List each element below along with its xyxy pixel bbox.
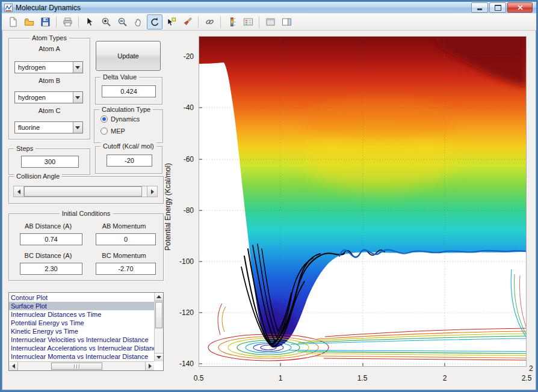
chevron-down-icon [75, 126, 80, 129]
radio-unselected-icon [100, 127, 108, 135]
ab-momentum-label: AB Momentum [91, 222, 157, 230]
left-arrow-icon [12, 364, 15, 369]
toolbar-separator [220, 16, 221, 28]
bc-distance-input[interactable] [20, 263, 82, 275]
show-plot-tools-button[interactable] [279, 14, 294, 29]
open-file-button[interactable] [21, 14, 37, 29]
atom-c-value: fluorine [18, 124, 40, 131]
cutoff-input[interactable] [107, 155, 152, 167]
scroll-right-button[interactable] [145, 362, 154, 370]
printer-icon [63, 17, 73, 27]
insert-legend-button[interactable] [240, 14, 256, 29]
y-tick-label: -120 [173, 308, 194, 317]
slider-right-arrow[interactable] [147, 186, 157, 197]
save-figure-button[interactable] [37, 14, 53, 29]
delta-value-panel: Delta Value [95, 77, 162, 105]
atom-types-title: Atom Types [29, 34, 69, 42]
open-folder-icon [24, 17, 34, 27]
show-plot-tools-icon [282, 17, 292, 27]
slider-thumb[interactable] [24, 186, 142, 197]
update-button[interactable]: Update [96, 41, 161, 71]
maximize-button[interactable] [489, 2, 506, 13]
minimize-button[interactable] [471, 2, 488, 13]
delta-value-input[interactable] [102, 85, 156, 97]
atom-c-dropdown[interactable]: fluorine [14, 121, 83, 133]
list-item[interactable]: Internuclear Momenta vs Internuclear Dis… [9, 352, 154, 361]
atom-b-value: hydrogen [18, 94, 46, 101]
rotate-3d-button[interactable] [147, 14, 162, 29]
window-controls [471, 2, 533, 13]
potential-energy-surface-plot[interactable] [199, 36, 527, 367]
titlebar[interactable]: Molecular Dynamics [2, 2, 536, 14]
save-icon [40, 17, 51, 27]
list-item[interactable]: Internuclear Accelerations vs Internucle… [9, 344, 154, 352]
rotate-3d-icon [150, 17, 160, 27]
ab-momentum-input[interactable] [96, 233, 156, 245]
scroll-up-button[interactable] [155, 293, 163, 301]
ab-distance-input[interactable] [20, 233, 82, 245]
y-axis-label: Potential Energy (Kcal/mol) [164, 153, 172, 260]
x-tick-label: 1.5 [350, 374, 374, 382]
toolbar-separator [56, 16, 57, 28]
zoom-in-button[interactable] [98, 14, 114, 29]
list-item[interactable]: Contour Plot [9, 293, 154, 302]
initial-conditions-title: Initial Conditions [60, 209, 113, 218]
zoom-out-icon [117, 17, 128, 27]
list-vertical-scrollbar[interactable] [154, 293, 163, 361]
link-icon [205, 17, 215, 27]
brush-button[interactable] [179, 14, 195, 29]
colorbar-icon [227, 17, 237, 27]
new-figure-icon [8, 17, 18, 27]
steps-title: Steps [14, 144, 36, 153]
vertical-scroll-thumb[interactable] [155, 302, 162, 328]
y-tick-label: -100 [173, 257, 194, 266]
scroll-left-button[interactable] [9, 362, 18, 370]
steps-input[interactable] [21, 156, 79, 168]
pan-button[interactable] [131, 14, 146, 29]
close-button[interactable] [507, 2, 533, 13]
collision-angle-slider[interactable] [13, 186, 158, 197]
x-tick-label: 1 [268, 374, 292, 382]
maximize-icon [495, 5, 501, 11]
atom-b-dropdown-button[interactable] [73, 92, 82, 103]
zoom-out-button[interactable] [114, 14, 130, 29]
y-tick-label: -140 [173, 360, 194, 368]
list-horizontal-scrollbar[interactable] [9, 361, 154, 370]
data-cursor-button[interactable] [163, 14, 179, 29]
print-figure-button[interactable] [60, 14, 75, 29]
link-plot-button[interactable] [202, 14, 217, 29]
insert-colorbar-button[interactable] [224, 14, 240, 29]
atom-c-dropdown-button[interactable] [73, 122, 82, 133]
cutoff-panel: Cutoff (Kcal/ mol) [95, 146, 162, 174]
initial-conditions-panel: Initial Conditions AB Distance (A) AB Mo… [8, 213, 164, 281]
mep-radio[interactable]: MEP [100, 127, 125, 135]
brush-icon [182, 17, 193, 27]
list-item[interactable]: Internuclear Distances vs Time [9, 310, 154, 319]
x-tick-label: 0.5 [187, 374, 211, 382]
atom-a-dropdown[interactable]: hydrogen [14, 61, 83, 73]
new-figure-button[interactable] [5, 14, 20, 29]
app-window: Molecular Dynamics [0, 0, 538, 392]
bc-distance-label: BC Distance (A) [15, 252, 81, 259]
legend-icon [243, 17, 253, 27]
scroll-down-button[interactable] [155, 353, 163, 361]
steps-panel: Steps [8, 149, 90, 175]
calculation-type-panel: Calculation Type Dynamics MEP [94, 109, 163, 143]
atom-a-value: hydrogen [18, 64, 46, 71]
hide-plot-tools-button[interactable] [262, 14, 278, 29]
y-tick-label: -80 [173, 206, 194, 215]
horizontal-scroll-thumb[interactable] [51, 363, 102, 370]
slider-left-arrow[interactable] [14, 186, 24, 197]
dynamics-radio[interactable]: Dynamics [100, 115, 140, 123]
list-item[interactable]: Potential Energy vs Time [9, 319, 154, 327]
edit-plot-button[interactable] [82, 14, 97, 29]
atom-a-dropdown-button[interactable] [73, 62, 82, 73]
bc-momentum-input[interactable] [96, 263, 156, 275]
list-item[interactable]: Internuclear Velocities vs Internuclear … [9, 335, 154, 344]
atom-b-dropdown[interactable]: hydrogen [14, 91, 83, 103]
atom-b-label: Atom B [9, 77, 90, 84]
list-item[interactable]: Kinetic Energy vs Time [9, 327, 154, 335]
plot-canvas[interactable] [199, 36, 527, 367]
list-item-selected[interactable]: Surface Plot [9, 302, 154, 310]
delta-value-title: Delta Value [100, 73, 139, 81]
